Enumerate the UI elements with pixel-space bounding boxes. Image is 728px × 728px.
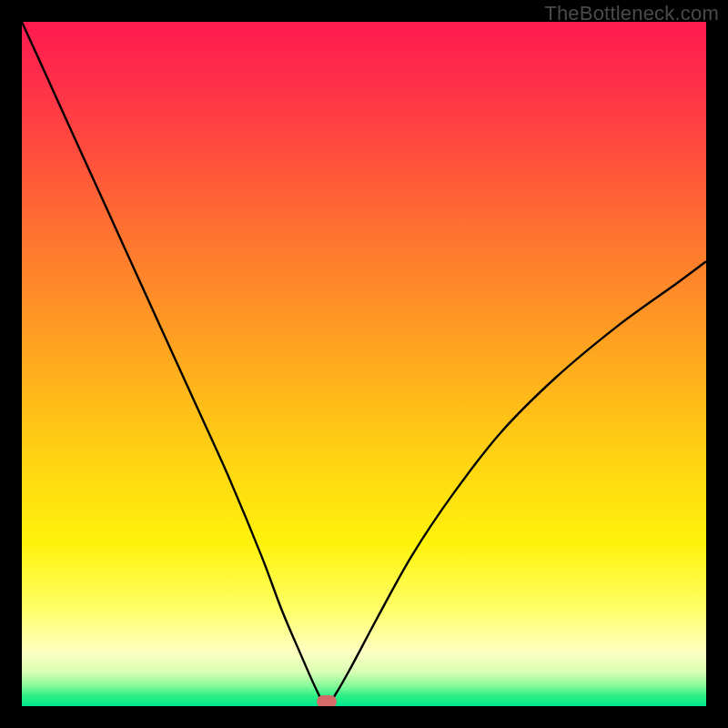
optimal-marker — [317, 695, 337, 706]
bottleneck-curve — [22, 22, 706, 706]
chart-frame: TheBottleneck.com — [0, 0, 728, 728]
plot-area — [22, 22, 706, 706]
